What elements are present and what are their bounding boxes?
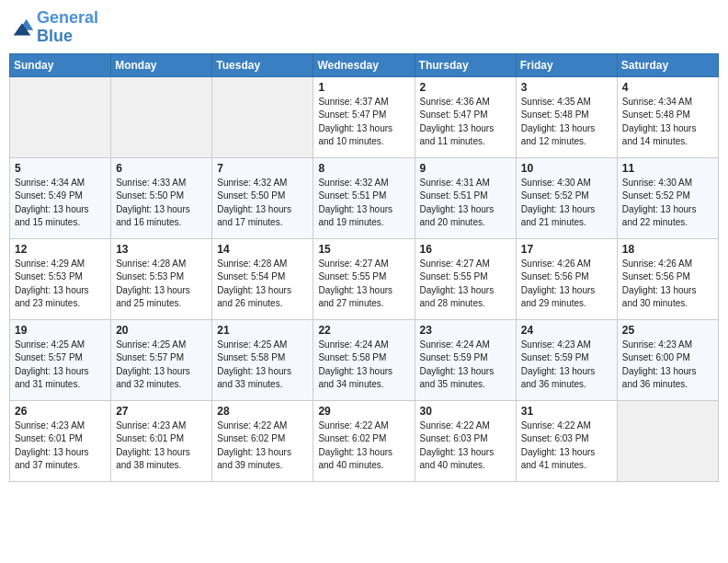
day-number: 24 bbox=[521, 324, 612, 337]
calendar-cell: 16Sunrise: 4:27 AM Sunset: 5:55 PM Dayli… bbox=[415, 238, 516, 319]
day-number: 27 bbox=[116, 405, 207, 418]
calendar-week-row: 19Sunrise: 4:25 AM Sunset: 5:57 PM Dayli… bbox=[10, 319, 719, 400]
calendar-cell: 21Sunrise: 4:25 AM Sunset: 5:58 PM Dayli… bbox=[212, 319, 313, 400]
calendar-body: 1Sunrise: 4:37 AM Sunset: 5:47 PM Daylig… bbox=[10, 76, 719, 481]
cell-info: Sunrise: 4:36 AM Sunset: 5:47 PM Dayligh… bbox=[420, 96, 511, 149]
calendar-cell: 31Sunrise: 4:22 AM Sunset: 6:03 PM Dayli… bbox=[516, 400, 617, 481]
cell-info: Sunrise: 4:33 AM Sunset: 5:50 PM Dayligh… bbox=[116, 177, 207, 230]
calendar-cell: 8Sunrise: 4:32 AM Sunset: 5:51 PM Daylig… bbox=[313, 157, 415, 238]
calendar-cell: 5Sunrise: 4:34 AM Sunset: 5:49 PM Daylig… bbox=[10, 157, 111, 238]
cell-info: Sunrise: 4:28 AM Sunset: 5:54 PM Dayligh… bbox=[217, 258, 308, 311]
day-number: 31 bbox=[521, 405, 612, 418]
calendar-cell: 6Sunrise: 4:33 AM Sunset: 5:50 PM Daylig… bbox=[111, 157, 212, 238]
day-number: 8 bbox=[318, 162, 409, 175]
calendar-cell: 29Sunrise: 4:22 AM Sunset: 6:02 PM Dayli… bbox=[313, 400, 415, 481]
cell-info: Sunrise: 4:25 AM Sunset: 5:57 PM Dayligh… bbox=[15, 339, 106, 392]
day-number: 13 bbox=[116, 243, 207, 256]
cell-info: Sunrise: 4:24 AM Sunset: 5:59 PM Dayligh… bbox=[420, 339, 511, 392]
day-number: 25 bbox=[622, 324, 713, 337]
weekday-header-saturday: Saturday bbox=[617, 53, 718, 76]
calendar-week-row: 1Sunrise: 4:37 AM Sunset: 5:47 PM Daylig… bbox=[10, 76, 719, 157]
calendar-cell bbox=[617, 400, 718, 481]
day-number: 30 bbox=[420, 405, 511, 418]
day-number: 26 bbox=[15, 405, 106, 418]
calendar-week-row: 5Sunrise: 4:34 AM Sunset: 5:49 PM Daylig… bbox=[10, 157, 719, 238]
day-number: 20 bbox=[116, 324, 207, 337]
calendar-cell: 1Sunrise: 4:37 AM Sunset: 5:47 PM Daylig… bbox=[313, 76, 415, 157]
calendar-cell: 30Sunrise: 4:22 AM Sunset: 6:03 PM Dayli… bbox=[415, 400, 516, 481]
day-number: 14 bbox=[217, 243, 308, 256]
calendar-cell: 28Sunrise: 4:22 AM Sunset: 6:02 PM Dayli… bbox=[212, 400, 313, 481]
calendar-cell: 9Sunrise: 4:31 AM Sunset: 5:51 PM Daylig… bbox=[415, 157, 516, 238]
cell-info: Sunrise: 4:26 AM Sunset: 5:56 PM Dayligh… bbox=[521, 258, 612, 311]
cell-info: Sunrise: 4:23 AM Sunset: 6:00 PM Dayligh… bbox=[622, 339, 713, 392]
cell-info: Sunrise: 4:23 AM Sunset: 6:01 PM Dayligh… bbox=[116, 419, 207, 473]
cell-info: Sunrise: 4:23 AM Sunset: 6:01 PM Dayligh… bbox=[15, 419, 106, 473]
day-number: 28 bbox=[217, 405, 308, 418]
cell-info: Sunrise: 4:34 AM Sunset: 5:49 PM Dayligh… bbox=[15, 177, 106, 230]
calendar-cell bbox=[111, 76, 212, 157]
logo: General Blue bbox=[9, 9, 98, 46]
cell-info: Sunrise: 4:32 AM Sunset: 5:51 PM Dayligh… bbox=[318, 177, 409, 230]
calendar-cell: 13Sunrise: 4:28 AM Sunset: 5:53 PM Dayli… bbox=[111, 238, 212, 319]
day-number: 16 bbox=[420, 243, 511, 256]
cell-info: Sunrise: 4:28 AM Sunset: 5:53 PM Dayligh… bbox=[116, 258, 207, 311]
calendar-week-row: 12Sunrise: 4:29 AM Sunset: 5:53 PM Dayli… bbox=[10, 238, 719, 319]
calendar-cell: 3Sunrise: 4:35 AM Sunset: 5:48 PM Daylig… bbox=[516, 76, 617, 157]
day-number: 3 bbox=[521, 81, 612, 94]
cell-info: Sunrise: 4:26 AM Sunset: 5:56 PM Dayligh… bbox=[622, 258, 713, 311]
weekday-header-thursday: Thursday bbox=[415, 53, 516, 76]
weekday-header-monday: Monday bbox=[111, 53, 212, 76]
day-number: 12 bbox=[15, 243, 106, 256]
calendar-cell: 12Sunrise: 4:29 AM Sunset: 5:53 PM Dayli… bbox=[10, 238, 111, 319]
calendar-cell: 4Sunrise: 4:34 AM Sunset: 5:48 PM Daylig… bbox=[617, 76, 718, 157]
calendar-cell: 22Sunrise: 4:24 AM Sunset: 5:58 PM Dayli… bbox=[313, 319, 415, 400]
cell-info: Sunrise: 4:31 AM Sunset: 5:51 PM Dayligh… bbox=[420, 177, 511, 230]
calendar-cell bbox=[10, 76, 111, 157]
calendar-cell: 24Sunrise: 4:23 AM Sunset: 5:59 PM Dayli… bbox=[516, 319, 617, 400]
weekday-header-friday: Friday bbox=[516, 53, 617, 76]
day-number: 17 bbox=[521, 243, 612, 256]
calendar-table: SundayMondayTuesdayWednesdayThursdayFrid… bbox=[9, 53, 719, 482]
calendar-cell: 15Sunrise: 4:27 AM Sunset: 5:55 PM Dayli… bbox=[313, 238, 415, 319]
page-header: General Blue bbox=[9, 9, 719, 46]
calendar-cell: 18Sunrise: 4:26 AM Sunset: 5:56 PM Dayli… bbox=[617, 238, 718, 319]
cell-info: Sunrise: 4:22 AM Sunset: 6:03 PM Dayligh… bbox=[420, 419, 511, 473]
day-number: 10 bbox=[521, 162, 612, 175]
calendar-cell: 26Sunrise: 4:23 AM Sunset: 6:01 PM Dayli… bbox=[10, 400, 111, 481]
calendar-cell: 25Sunrise: 4:23 AM Sunset: 6:00 PM Dayli… bbox=[617, 319, 718, 400]
cell-info: Sunrise: 4:22 AM Sunset: 6:03 PM Dayligh… bbox=[521, 419, 612, 473]
logo-icon bbox=[9, 15, 35, 40]
day-number: 4 bbox=[622, 81, 713, 94]
cell-info: Sunrise: 4:27 AM Sunset: 5:55 PM Dayligh… bbox=[420, 258, 511, 311]
cell-info: Sunrise: 4:25 AM Sunset: 5:57 PM Dayligh… bbox=[116, 339, 207, 392]
day-number: 19 bbox=[15, 324, 106, 337]
cell-info: Sunrise: 4:34 AM Sunset: 5:48 PM Dayligh… bbox=[622, 96, 713, 149]
day-number: 23 bbox=[420, 324, 511, 337]
weekday-header-sunday: Sunday bbox=[10, 53, 111, 76]
cell-info: Sunrise: 4:30 AM Sunset: 5:52 PM Dayligh… bbox=[521, 177, 612, 230]
day-number: 2 bbox=[420, 81, 511, 94]
cell-info: Sunrise: 4:27 AM Sunset: 5:55 PM Dayligh… bbox=[318, 258, 409, 311]
calendar-cell: 17Sunrise: 4:26 AM Sunset: 5:56 PM Dayli… bbox=[516, 238, 617, 319]
day-number: 18 bbox=[622, 243, 713, 256]
cell-info: Sunrise: 4:22 AM Sunset: 6:02 PM Dayligh… bbox=[318, 419, 409, 473]
day-number: 5 bbox=[15, 162, 106, 175]
cell-info: Sunrise: 4:30 AM Sunset: 5:52 PM Dayligh… bbox=[622, 177, 713, 230]
cell-info: Sunrise: 4:24 AM Sunset: 5:58 PM Dayligh… bbox=[318, 339, 409, 392]
cell-info: Sunrise: 4:37 AM Sunset: 5:47 PM Dayligh… bbox=[318, 96, 409, 149]
calendar-cell: 7Sunrise: 4:32 AM Sunset: 5:50 PM Daylig… bbox=[212, 157, 313, 238]
logo-text: General Blue bbox=[37, 9, 98, 46]
calendar-cell: 2Sunrise: 4:36 AM Sunset: 5:47 PM Daylig… bbox=[415, 76, 516, 157]
calendar-cell: 20Sunrise: 4:25 AM Sunset: 5:57 PM Dayli… bbox=[111, 319, 212, 400]
day-number: 22 bbox=[318, 324, 409, 337]
calendar-cell: 11Sunrise: 4:30 AM Sunset: 5:52 PM Dayli… bbox=[617, 157, 718, 238]
day-number: 7 bbox=[217, 162, 308, 175]
calendar-cell: 23Sunrise: 4:24 AM Sunset: 5:59 PM Dayli… bbox=[415, 319, 516, 400]
calendar-cell bbox=[212, 76, 313, 157]
day-number: 29 bbox=[318, 405, 409, 418]
day-number: 6 bbox=[116, 162, 207, 175]
calendar-header-row: SundayMondayTuesdayWednesdayThursdayFrid… bbox=[10, 53, 719, 76]
day-number: 21 bbox=[217, 324, 308, 337]
day-number: 11 bbox=[622, 162, 713, 175]
